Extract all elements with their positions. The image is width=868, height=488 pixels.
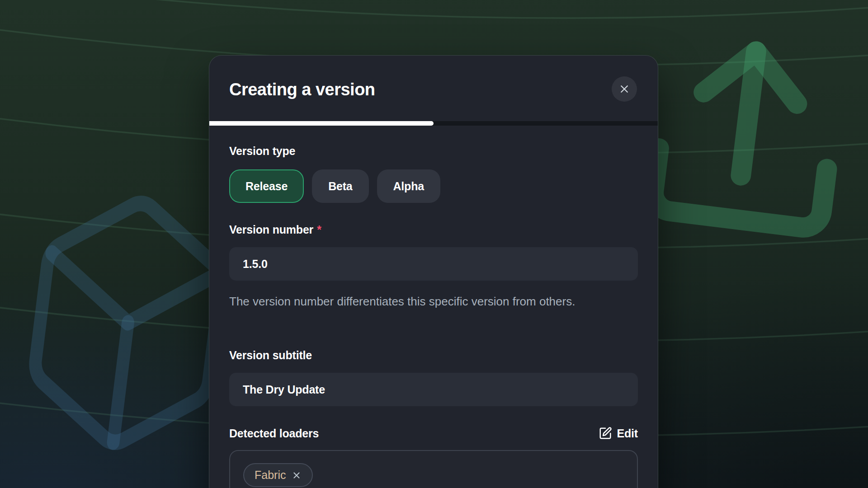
modal-title: Creating a version [229,80,375,99]
detected-loaders-box: Fabric [229,450,638,488]
close-button[interactable] [612,76,637,102]
version-number-help: The version number differentiates this s… [229,291,627,311]
upload-arrow-icon [651,41,840,230]
detected-loaders-label: Detected loaders [229,427,319,440]
page-background: { "colors": { "accent_green_border": "#2… [0,0,868,488]
modal-progress-track [209,121,658,126]
detected-loaders-row: Detected loaders Edit [229,425,638,441]
version-type-beta-button[interactable]: Beta [312,169,368,203]
remove-fabric-loader-button[interactable] [292,470,302,480]
square-pen-icon [599,427,612,440]
version-subtitle-input[interactable] [229,373,638,406]
version-type-label: Version type [229,145,295,158]
required-asterisk: * [317,223,321,236]
version-type-alpha-button[interactable]: Alpha [377,169,440,203]
progress-fill [209,121,434,126]
version-number-label: Version number* [229,223,321,236]
x-icon [292,470,302,480]
version-subtitle-label: Version subtitle [229,349,312,362]
edit-label: Edit [617,427,638,440]
edit-loaders-button[interactable]: Edit [599,427,638,440]
version-number-label-text: Version number [229,223,313,236]
version-type-options: Release Beta Alpha [229,169,440,203]
box-outline-icon [27,193,229,453]
version-type-release-button[interactable]: Release [229,169,304,203]
create-version-modal: Creating a version Version type Release … [209,55,658,488]
loader-chip-label: Fabric [255,469,286,482]
version-number-input[interactable] [229,247,638,281]
x-icon [618,82,631,96]
loader-chip-fabric: Fabric [243,463,313,487]
